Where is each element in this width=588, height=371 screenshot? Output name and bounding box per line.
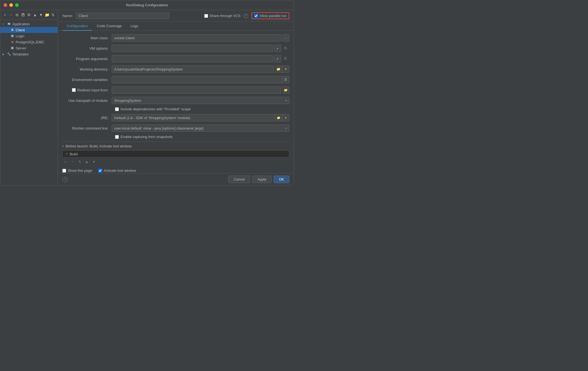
shorten-cmd-label: Shorten command line: [62,126,112,130]
build-icon: ↗ [65,152,68,156]
ok-button[interactable]: OK [274,176,289,183]
working-dir-input[interactable] [112,66,274,73]
classpath-select[interactable]: ShoppingSystem [112,97,289,104]
capture-snapshots-checkbox[interactable] [115,135,119,139]
save-config-button[interactable] [21,12,26,18]
sidebar: + − ⧉ ⚙ ▲ ▼ 📁 ⇅ ▾ Applicati [0,10,58,185]
jre-input-wrap: 📁 ▾ [112,114,289,121]
server-label: Server [16,46,26,50]
allow-parallel-run-checkbox[interactable] [254,14,258,18]
shorten-cmd-row: Shorten command line: user-local default… [62,124,289,132]
program-args-add-button[interactable]: + [274,55,281,62]
capture-snapshots-row: Enable capturing form snapshots [62,135,289,139]
bl-down-button[interactable]: ▾ [91,159,97,165]
before-launch-toolbar: + − ✎ ▲ ▾ [62,159,289,165]
working-dir-dropdown-button[interactable]: ▾ [282,66,289,73]
share-through-vcs-checkbox[interactable] [204,14,208,18]
traffic-lights [4,3,19,7]
main-class-browse-button[interactable]: ··· [282,34,289,41]
redirect-input-row: Redirect input from: 📁 [62,86,289,94]
jre-dropdown-button[interactable]: ▾ [282,114,289,121]
jre-browse-button[interactable]: 📁 [275,114,282,121]
env-vars-input-wrap: ☰ [112,76,289,83]
env-vars-edit-button[interactable]: ☰ [282,76,289,83]
sidebar-item-client[interactable]: ▾ Client [0,27,58,33]
show-page-checkbox[interactable] [62,169,66,173]
tab-configuration[interactable]: Configuration [62,22,92,31]
vcs-help-icon[interactable]: ? [244,14,248,18]
bl-edit-button[interactable]: ✎ [77,159,83,165]
sidebar-item-postgresql[interactable]: ▾ ✖ PostgreSQLJDBC [0,39,58,45]
move-down-button[interactable]: ▼ [38,12,43,18]
sort-button[interactable]: ⇅ [51,12,55,18]
jre-input[interactable] [112,114,275,121]
expand-templates-arrow: ▶ [2,53,6,56]
config-header: Name: Share through VCS ? Allow parallel… [58,10,294,22]
tab-code-coverage[interactable]: Code Coverage [92,22,126,31]
vm-options-input-wrap: + ⇱ [112,45,289,52]
close-button[interactable] [4,3,7,7]
shorten-cmd-select[interactable]: user-local default: none - java [options… [112,125,289,132]
include-deps-checkbox[interactable] [115,107,119,111]
bl-up-button[interactable]: ▲ [84,159,90,165]
postgresql-label: PostgreSQLJDBC [16,40,44,44]
sidebar-tree: ▾ Application ▾ Client ▾ [0,20,58,185]
minimize-button[interactable] [9,3,13,7]
redirect-input-field[interactable] [112,86,281,94]
before-launch-header: ▾ Before launch: Build, Activate tool wi… [62,144,289,148]
apply-button[interactable]: Apply [252,176,272,183]
name-input[interactable] [76,13,169,19]
footer-help-button[interactable]: ? [62,177,68,182]
main-class-row: Main class: ··· [62,34,289,42]
include-deps-row: Include dependencies with "Provided" sco… [62,107,289,111]
main-class-input-wrap: ··· [112,34,289,41]
bl-add-button[interactable]: + [62,159,68,165]
sidebar-item-templates[interactable]: ▶ 🔧 Templates [0,51,58,57]
capture-snapshots-label: Enable capturing form snapshots [121,135,173,139]
cancel-button[interactable]: Cancel [228,176,250,183]
vm-options-expand-button[interactable]: ⇱ [282,45,289,52]
env-vars-input[interactable] [112,76,282,83]
sidebar-toolbar: + − ⧉ ⚙ ▲ ▼ 📁 ⇅ [0,10,58,20]
jre-btn-group: 📁 ▾ [275,114,289,121]
move-up-button[interactable]: ▲ [32,12,37,18]
working-dir-browse-button[interactable]: 📁 [275,66,282,73]
redirect-input-checkbox[interactable] [72,88,76,92]
redirect-input-label: Redirect input from: [77,88,108,92]
add-config-button[interactable]: + [2,12,7,18]
name-label: Name: [62,14,73,18]
program-args-input[interactable] [112,55,273,62]
client-label: Client [16,28,25,32]
program-args-input-wrap: + ⇱ [112,55,289,62]
program-args-expand-button[interactable]: ⇱ [282,55,289,62]
sidebar-item-server[interactable]: ▾ Server [0,45,58,51]
share-through-vcs-row: Share through VCS [204,14,240,18]
sidebar-item-login[interactable]: ▾ Login [0,33,58,39]
before-launch-title: Before launch: Build, Activate tool wind… [66,144,132,148]
include-deps-label: Include dependencies with "Provided" sco… [121,107,191,111]
build-item[interactable]: ↗ Build [62,150,289,158]
copy-config-button[interactable]: ⧉ [15,12,19,18]
bl-remove-button[interactable]: − [69,159,75,165]
redirect-browse-button[interactable]: 📁 [282,86,289,94]
sidebar-item-application[interactable]: ▾ Application [0,21,58,27]
vm-options-input[interactable] [112,45,273,52]
footer: ? Cancel Apply OK [58,173,294,185]
activate-tool-checkbox[interactable] [98,169,102,173]
build-label: Build [70,152,78,156]
login-run-icon [10,34,15,38]
maximize-button[interactable] [15,3,19,7]
working-dir-input-wrap: 📁 ▾ [112,66,289,73]
parallel-run-box: Allow parallel run [251,12,289,19]
section-divider [62,142,289,142]
remove-config-button[interactable]: − [9,12,13,18]
tab-logs[interactable]: Logs [126,22,142,31]
vm-options-add-button[interactable]: + [274,45,281,52]
settings-button[interactable]: ⚙ [27,12,32,18]
folder-button[interactable]: 📁 [44,12,49,18]
before-launch-collapse-arrow[interactable]: ▾ [62,144,64,148]
working-dir-row: Working directory: 📁 ▾ [62,65,289,73]
window-title: Run/Debug Configurations [126,3,168,7]
svg-rect-4 [8,23,9,24]
main-class-input[interactable] [112,34,281,41]
